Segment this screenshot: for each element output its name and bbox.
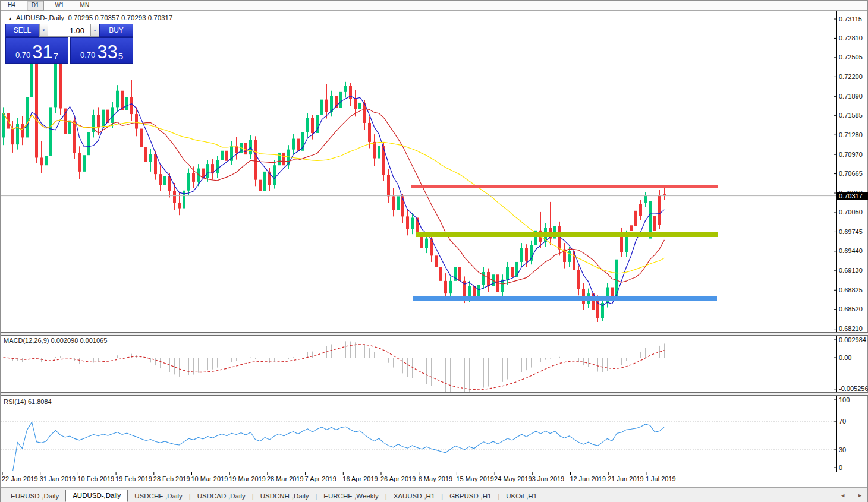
- chart-ohlc-values: 0.70295 0.70357 0.70293 0.70317: [68, 14, 172, 21]
- date-axis-label: 24 May 2019: [494, 475, 532, 482]
- collapse-triangle-icon[interactable]: ▲: [8, 16, 12, 21]
- price-axis-label: 0.73115: [839, 15, 867, 23]
- price-axis-label: 0.69440: [839, 247, 867, 254]
- rsi-panel: [1, 421, 836, 471]
- rsi-indicator-label: RSI(14) 61.8084: [4, 398, 52, 405]
- panel-splitter-macd[interactable]: [1, 332, 868, 336]
- chart-tab-audusd[interactable]: AUDUSD-,Daily: [65, 490, 128, 502]
- chart-tab-eurchf[interactable]: EURCHF-,Weekly: [317, 491, 385, 502]
- tab-scroll-left-icon[interactable]: ◄: [840, 493, 845, 498]
- price-axis-label: 0.69130: [839, 267, 867, 274]
- date-axis-label: 1 Jul 2019: [646, 475, 676, 482]
- rsi-axis-label: 100: [839, 396, 867, 403]
- date-axis-label: 3 Jun 2019: [532, 475, 564, 482]
- chart-tab-bar: EURUSD-,DailyAUDUSD-,DailyUSDCHF-,Daily|…: [1, 487, 867, 502]
- date-axis-label: 10 Mar 2019: [191, 475, 228, 482]
- price-axis-label: 0.71585: [839, 112, 867, 119]
- date-axis-label: 6 May 2019: [419, 475, 452, 482]
- horizontal-ray: [413, 296, 717, 301]
- date-axis-label: 7 Apr 2019: [305, 475, 336, 482]
- chart-tab-usdcnh[interactable]: USDCNH-,Daily: [254, 491, 316, 502]
- buy-price-big: 33: [97, 43, 117, 61]
- volume-decrease-button[interactable]: ▼: [39, 24, 48, 37]
- volume-increase-button[interactable]: ▲: [90, 24, 99, 37]
- horizontal-ray: [411, 185, 718, 188]
- date-axis-label: 31 Jan 2019: [40, 475, 76, 482]
- sell-price-panel[interactable]: 0.70317: [5, 37, 68, 64]
- tab-scroll-right-icon[interactable]: ►: [857, 493, 863, 498]
- buy-button[interactable]: BUY: [99, 24, 133, 37]
- moving-average-line: [4, 96, 665, 306]
- current-price-tag: 0.70317: [836, 192, 868, 200]
- date-axis-label: 19 Mar 2019: [229, 475, 266, 482]
- date-axis-label: 28 Feb 2019: [153, 475, 190, 482]
- rsi-line: [13, 422, 665, 471]
- volume-input[interactable]: [48, 24, 90, 37]
- chart-tab-usdcad[interactable]: USDCAD-,Daily: [191, 491, 252, 502]
- date-axis-label: 19 Feb 2019: [115, 475, 152, 482]
- sell-price-prefix: 0.70: [15, 50, 30, 59]
- price-axis-label: 0.70665: [839, 170, 867, 177]
- price-axis-label: 0.72505: [839, 53, 867, 61]
- tab-scroll-arrows: ◄ ►: [840, 493, 863, 498]
- chart-title: ▲AUDUSD-,Daily 0.70295 0.70357 0.70293 0…: [8, 14, 172, 21]
- one-click-trade-widget: SELL ▼ ▲ BUY 0.70317 0.70335: [5, 24, 133, 64]
- date-axis-label: 21 Jun 2019: [608, 475, 644, 482]
- chart-tab-usdchf[interactable]: USDCHF-,Daily: [128, 491, 189, 502]
- price-axis-label: 0.72810: [839, 34, 867, 42]
- price-axis-label: 0.68825: [839, 286, 867, 293]
- price-axis-label: 0.72200: [839, 73, 867, 80]
- rsi-axis-label: 0: [839, 464, 867, 471]
- chart-tab-gbpusd[interactable]: GBPUSD-,H1: [443, 491, 498, 502]
- macd-axis-label: -0.005256: [839, 385, 867, 392]
- candlestick-series: [2, 54, 666, 322]
- sell-price-big: 31: [32, 43, 52, 61]
- date-axis-label: 28 Mar 2019: [267, 475, 304, 482]
- moving-average-line: [4, 113, 665, 273]
- price-axis-label: 0.68210: [839, 325, 867, 332]
- price-axis-label: 0.68520: [839, 305, 867, 312]
- buy-price-panel[interactable]: 0.70335: [70, 37, 133, 64]
- price-axis-label: 0.70050: [839, 209, 867, 216]
- chart-tab-xauusd[interactable]: XAUUSD-,H1: [387, 491, 442, 502]
- terminal-window: H4D1W1MN ▲AUDUSD-,Daily 0.70295 0.70357 …: [0, 0, 868, 502]
- macd-axis-label: 0.002984: [839, 336, 867, 343]
- sell-button[interactable]: SELL: [5, 24, 39, 37]
- price-axis-label: 0.69745: [839, 228, 867, 235]
- date-axis-label: 15 May 2019: [456, 475, 494, 482]
- chart-tab-eurusd[interactable]: EURUSD-,Daily: [4, 491, 65, 502]
- price-axis-label: 0.71890: [839, 93, 867, 100]
- macd-panel: [4, 341, 665, 393]
- buy-price-pip: 5: [118, 51, 123, 61]
- date-axis-label: 22 Jan 2019: [2, 475, 38, 482]
- price-axis-label: 0.70970: [839, 151, 867, 158]
- date-axis-label: 26 Apr 2019: [380, 475, 416, 482]
- macd-axis-label: 0.00: [839, 354, 867, 361]
- horizontal-ray: [416, 232, 718, 237]
- buy-price-prefix: 0.70: [80, 50, 95, 59]
- panel-splitter-rsi[interactable]: [1, 392, 868, 396]
- sell-price-pip: 7: [54, 51, 58, 61]
- chart-symbol-label: AUDUSD-,Daily: [16, 14, 64, 21]
- macd-signal-line: [4, 345, 665, 390]
- rsi-axis-label: 30: [839, 446, 867, 453]
- chart-tab-ukoil[interactable]: UKOil-,H1: [499, 491, 543, 502]
- rsi-axis-label: 70: [839, 418, 867, 425]
- macd-indicator-label: MACD(12,26,9) 0.002098 0.001065: [4, 337, 107, 344]
- date-axis-label: 12 Jun 2019: [570, 475, 606, 482]
- price-axis-label: 0.71280: [839, 131, 867, 138]
- date-axis-label: 16 Apr 2019: [342, 475, 378, 482]
- chart-canvas[interactable]: [1, 1, 868, 502]
- date-axis-label: 10 Feb 2019: [77, 475, 114, 482]
